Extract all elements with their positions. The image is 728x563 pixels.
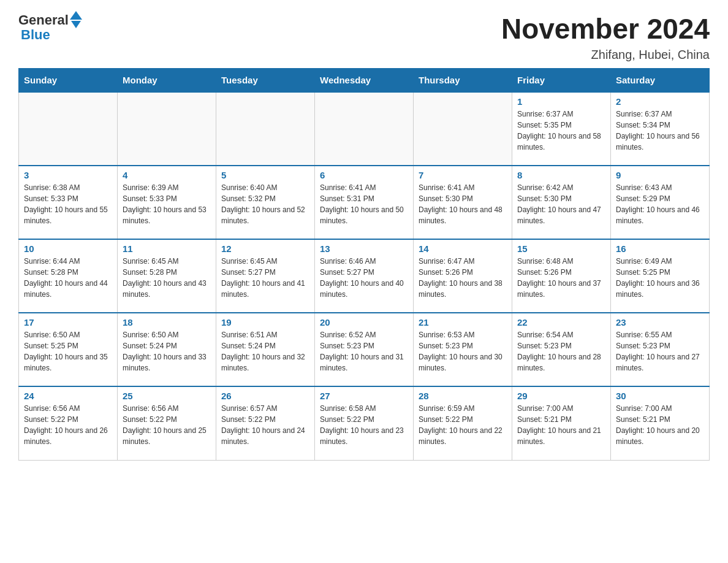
- calendar-cell: 16Sunrise: 6:49 AMSunset: 5:25 PMDayligh…: [611, 239, 710, 313]
- day-number: 17: [24, 317, 112, 327]
- day-info: Sunrise: 6:53 AMSunset: 5:23 PMDaylight:…: [419, 329, 507, 373]
- day-info: Sunrise: 6:57 AMSunset: 5:22 PMDaylight:…: [221, 403, 309, 447]
- calendar-cell: 30Sunrise: 7:00 AMSunset: 5:21 PMDayligh…: [611, 386, 710, 460]
- calendar-cell: 24Sunrise: 6:56 AMSunset: 5:22 PMDayligh…: [19, 386, 118, 460]
- title-block: November 2024 Zhifang, Hubei, China: [501, 12, 710, 62]
- day-number: 30: [616, 391, 704, 401]
- calendar-cell: 22Sunrise: 6:54 AMSunset: 5:23 PMDayligh…: [512, 313, 611, 386]
- day-number: 2: [616, 96, 704, 107]
- calendar-cell: 15Sunrise: 6:48 AMSunset: 5:26 PMDayligh…: [512, 239, 611, 313]
- day-number: 29: [517, 391, 605, 401]
- day-info: Sunrise: 6:47 AMSunset: 5:26 PMDaylight:…: [419, 256, 507, 300]
- day-number: 23: [616, 317, 704, 327]
- page-header: General Blue November 2024 Zhifang, Hube…: [18, 12, 710, 62]
- calendar-cell: [414, 92, 512, 166]
- day-info: Sunrise: 6:43 AMSunset: 5:29 PMDaylight:…: [616, 182, 704, 226]
- day-info: Sunrise: 6:50 AMSunset: 5:24 PMDaylight:…: [123, 329, 211, 373]
- day-number: 11: [123, 243, 211, 254]
- day-number: 15: [517, 243, 605, 254]
- day-header-wednesday: Wednesday: [315, 69, 414, 93]
- day-info: Sunrise: 7:00 AMSunset: 5:21 PMDaylight:…: [616, 403, 704, 447]
- calendar-cell: [315, 92, 414, 166]
- calendar-cell: 19Sunrise: 6:51 AMSunset: 5:24 PMDayligh…: [216, 313, 315, 386]
- calendar-cell: 12Sunrise: 6:45 AMSunset: 5:27 PMDayligh…: [216, 239, 315, 313]
- day-header-friday: Friday: [512, 69, 611, 93]
- day-info: Sunrise: 6:39 AMSunset: 5:33 PMDaylight:…: [123, 182, 211, 226]
- day-number: 10: [24, 243, 112, 254]
- day-info: Sunrise: 6:48 AMSunset: 5:26 PMDaylight:…: [517, 256, 605, 300]
- day-number: 20: [320, 317, 408, 327]
- day-number: 13: [320, 243, 408, 254]
- logo-text-blue: Blue: [21, 27, 50, 43]
- day-number: 8: [517, 170, 605, 180]
- calendar-cell: 27Sunrise: 6:58 AMSunset: 5:22 PMDayligh…: [315, 386, 414, 460]
- day-number: 28: [419, 391, 507, 401]
- day-number: 16: [616, 243, 704, 254]
- day-info: Sunrise: 6:45 AMSunset: 5:27 PMDaylight:…: [221, 256, 309, 300]
- calendar-cell: 7Sunrise: 6:41 AMSunset: 5:30 PMDaylight…: [414, 166, 512, 239]
- calendar-cell: 25Sunrise: 6:56 AMSunset: 5:22 PMDayligh…: [118, 386, 216, 460]
- calendar-cell: 8Sunrise: 6:42 AMSunset: 5:30 PMDaylight…: [512, 166, 611, 239]
- day-header-sunday: Sunday: [19, 69, 118, 93]
- calendar-table: SundayMondayTuesdayWednesdayThursdayFrid…: [18, 68, 710, 461]
- day-number: 27: [320, 391, 408, 401]
- day-header-tuesday: Tuesday: [216, 69, 315, 93]
- week-row-5: 24Sunrise: 6:56 AMSunset: 5:22 PMDayligh…: [19, 386, 710, 460]
- day-number: 9: [616, 170, 704, 180]
- calendar-cell: 26Sunrise: 6:57 AMSunset: 5:22 PMDayligh…: [216, 386, 315, 460]
- day-info: Sunrise: 6:37 AMSunset: 5:34 PMDaylight:…: [616, 109, 704, 153]
- day-info: Sunrise: 6:51 AMSunset: 5:24 PMDaylight:…: [221, 329, 309, 373]
- day-number: 18: [123, 317, 211, 327]
- day-number: 6: [320, 170, 408, 180]
- day-number: 1: [517, 96, 605, 107]
- calendar-cell: 11Sunrise: 6:45 AMSunset: 5:28 PMDayligh…: [118, 239, 216, 313]
- logo-triangle-bottom: [71, 21, 81, 28]
- day-info: Sunrise: 6:54 AMSunset: 5:23 PMDaylight:…: [517, 329, 605, 373]
- day-info: Sunrise: 6:56 AMSunset: 5:22 PMDaylight:…: [123, 403, 211, 447]
- day-number: 5: [221, 170, 309, 180]
- day-number: 14: [419, 243, 507, 254]
- day-number: 25: [123, 391, 211, 401]
- day-header-thursday: Thursday: [414, 69, 512, 93]
- calendar-cell: 2Sunrise: 6:37 AMSunset: 5:34 PMDaylight…: [611, 92, 710, 166]
- calendar-cell: 18Sunrise: 6:50 AMSunset: 5:24 PMDayligh…: [118, 313, 216, 386]
- day-info: Sunrise: 6:56 AMSunset: 5:22 PMDaylight:…: [24, 403, 112, 447]
- day-info: Sunrise: 6:44 AMSunset: 5:28 PMDaylight:…: [24, 256, 112, 300]
- day-number: 26: [221, 391, 309, 401]
- day-info: Sunrise: 6:38 AMSunset: 5:33 PMDaylight:…: [24, 182, 112, 226]
- day-info: Sunrise: 6:46 AMSunset: 5:27 PMDaylight:…: [320, 256, 408, 300]
- day-number: 24: [24, 391, 112, 401]
- day-number: 12: [221, 243, 309, 254]
- days-header-row: SundayMondayTuesdayWednesdayThursdayFrid…: [19, 69, 710, 93]
- calendar-cell: 9Sunrise: 6:43 AMSunset: 5:29 PMDaylight…: [611, 166, 710, 239]
- calendar-cell: 23Sunrise: 6:55 AMSunset: 5:23 PMDayligh…: [611, 313, 710, 386]
- logo-triangle-top: [70, 11, 82, 20]
- calendar-cell: 21Sunrise: 6:53 AMSunset: 5:23 PMDayligh…: [414, 313, 512, 386]
- calendar-cell: 6Sunrise: 6:41 AMSunset: 5:31 PMDaylight…: [315, 166, 414, 239]
- day-number: 7: [419, 170, 507, 180]
- day-info: Sunrise: 6:52 AMSunset: 5:23 PMDaylight:…: [320, 329, 408, 373]
- day-info: Sunrise: 6:50 AMSunset: 5:25 PMDaylight:…: [24, 329, 112, 373]
- day-info: Sunrise: 6:55 AMSunset: 5:23 PMDaylight:…: [616, 329, 704, 373]
- day-info: Sunrise: 6:37 AMSunset: 5:35 PMDaylight:…: [517, 109, 605, 153]
- week-row-2: 3Sunrise: 6:38 AMSunset: 5:33 PMDaylight…: [19, 166, 710, 239]
- day-number: 22: [517, 317, 605, 327]
- day-info: Sunrise: 6:58 AMSunset: 5:22 PMDaylight:…: [320, 403, 408, 447]
- calendar-cell: 17Sunrise: 6:50 AMSunset: 5:25 PMDayligh…: [19, 313, 118, 386]
- calendar-cell: 1Sunrise: 6:37 AMSunset: 5:35 PMDaylight…: [512, 92, 611, 166]
- week-row-3: 10Sunrise: 6:44 AMSunset: 5:28 PMDayligh…: [19, 239, 710, 313]
- day-info: Sunrise: 6:41 AMSunset: 5:30 PMDaylight:…: [419, 182, 507, 226]
- day-header-monday: Monday: [118, 69, 216, 93]
- week-row-4: 17Sunrise: 6:50 AMSunset: 5:25 PMDayligh…: [19, 313, 710, 386]
- day-number: 3: [24, 170, 112, 180]
- month-title: November 2024: [501, 12, 710, 45]
- day-number: 21: [419, 317, 507, 327]
- day-number: 19: [221, 317, 309, 327]
- week-row-1: 1Sunrise: 6:37 AMSunset: 5:35 PMDaylight…: [19, 92, 710, 166]
- calendar-cell: [118, 92, 216, 166]
- calendar-cell: 29Sunrise: 7:00 AMSunset: 5:21 PMDayligh…: [512, 386, 611, 460]
- day-number: 4: [123, 170, 211, 180]
- calendar-cell: 13Sunrise: 6:46 AMSunset: 5:27 PMDayligh…: [315, 239, 414, 313]
- calendar-cell: 14Sunrise: 6:47 AMSunset: 5:26 PMDayligh…: [414, 239, 512, 313]
- calendar-cell: 28Sunrise: 6:59 AMSunset: 5:22 PMDayligh…: [414, 386, 512, 460]
